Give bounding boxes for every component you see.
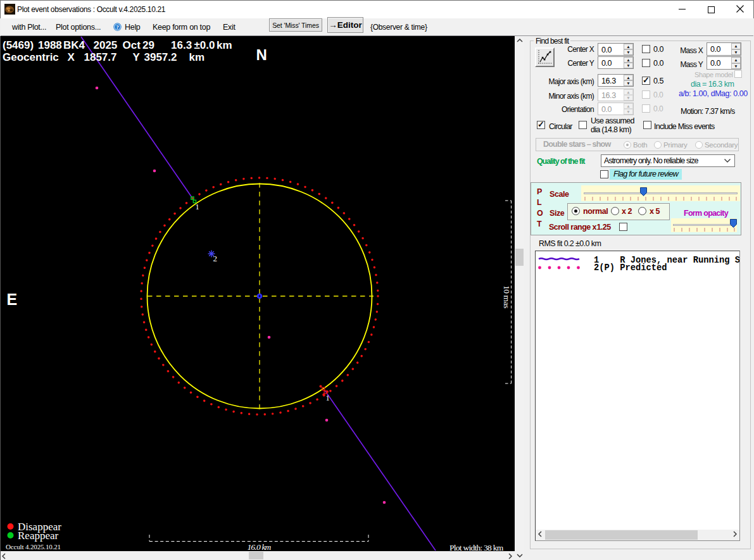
svg-text:10 mas: 10 mas (502, 285, 512, 308)
svg-text:1: 1 (196, 202, 199, 211)
svg-text:Reappear: Reappear (18, 530, 59, 542)
svg-text:(5469)1988BK42025Oct2916.3±0.0: (5469)1988BK42025Oct2916.3±0.0km (3, 39, 232, 51)
svg-text:Occult 4.2025.10.21: Occult 4.2025.10.21 (6, 543, 61, 551)
svg-text:16.0 km: 16.0 km (247, 542, 271, 551)
svg-text:E: E (7, 290, 18, 308)
svg-text:2: 2 (213, 254, 218, 263)
svg-text:1: 1 (326, 394, 330, 402)
svg-text:Plot width: 38 km: Plot width: 38 km (449, 543, 504, 551)
svg-text:?: ? (116, 24, 119, 30)
svg-text:N: N (256, 46, 267, 63)
svg-text:GeocentricX1857.7Y3957.2km: GeocentricX1857.7Y3957.2km (3, 51, 204, 63)
